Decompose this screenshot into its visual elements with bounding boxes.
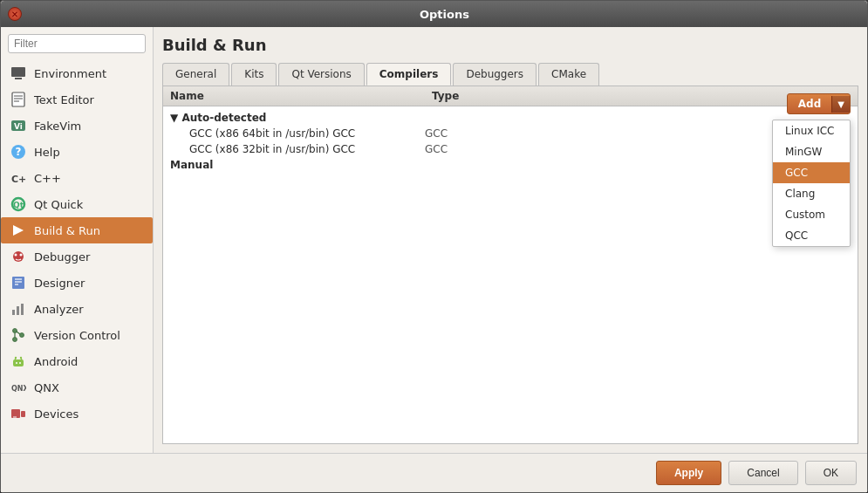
monitor-icon <box>10 65 27 82</box>
svg-rect-1 <box>15 78 22 79</box>
dropdown-item-mingw[interactable]: MinGW <box>773 141 850 162</box>
cpp-icon: C++ <box>10 169 27 187</box>
sidebar-devices-label: Devices <box>34 407 79 421</box>
add-button-dropdown-arrow[interactable]: ▼ <box>831 96 850 113</box>
add-dropdown-menu: Linux ICC MinGW GCC Clang Custom QCC <box>772 120 851 247</box>
sidebar-item-environment[interactable]: Environment <box>1 60 153 86</box>
dropdown-item-custom[interactable]: Custom <box>773 204 850 225</box>
close-button[interactable]: ✕ <box>8 7 22 21</box>
tab-compilers[interactable]: Compilers <box>366 63 452 86</box>
table-body: ▼ Auto-detected GCC (x86 64bit in /usr/b… <box>163 106 858 443</box>
add-button[interactable]: Add ▼ <box>787 93 851 114</box>
col-name-header: Name <box>170 90 432 102</box>
text-editor-icon <box>10 91 27 108</box>
sidebar-item-android[interactable]: Android <box>1 348 153 374</box>
tree-group-manual: Manual <box>163 157 858 173</box>
build-run-icon <box>10 222 27 239</box>
svg-text:?: ? <box>16 146 22 158</box>
android-icon <box>10 353 27 370</box>
sidebar-item-text-editor[interactable]: Text Editor <box>1 86 153 113</box>
tab-kits[interactable]: Kits <box>231 63 277 86</box>
filter-input[interactable] <box>8 34 146 53</box>
debugger-icon <box>10 248 27 265</box>
svg-rect-17 <box>12 277 24 289</box>
svg-rect-23 <box>21 304 24 315</box>
sidebar-item-help[interactable]: ? Help <box>1 139 153 165</box>
gcc-64-type: GCC <box>425 127 448 140</box>
sidebar-item-analyzer[interactable]: Analyzer <box>1 296 153 322</box>
svg-point-35 <box>19 362 21 364</box>
sidebar-item-devices[interactable]: Devices <box>1 401 153 427</box>
designer-icon <box>10 274 27 291</box>
tree-item-gcc-64[interactable]: GCC (x86 64bit in /usr/bin) GCC GCC <box>163 126 858 141</box>
window-title: Options <box>29 8 860 21</box>
dropdown-item-qcc[interactable]: QCC <box>773 225 850 246</box>
sidebar-item-debugger[interactable]: Debugger <box>1 243 153 270</box>
sidebar: Environment Text Editor Vi FakeVim ? Hel… <box>1 27 154 453</box>
svg-rect-0 <box>11 67 25 77</box>
tab-general[interactable]: General <box>162 63 229 86</box>
cancel-button[interactable]: Cancel <box>728 461 797 485</box>
svg-line-33 <box>21 359 22 359</box>
titlebar: ✕ Options <box>1 1 867 27</box>
sidebar-build-run-label: Build & Run <box>34 224 100 237</box>
svg-line-32 <box>15 359 16 359</box>
svg-point-34 <box>16 362 17 364</box>
dropdown-item-gcc[interactable]: GCC <box>773 162 850 183</box>
sidebar-item-fakevim[interactable]: Vi FakeVim <box>1 113 153 139</box>
dropdown-item-linux-icc[interactable]: Linux ICC <box>773 120 850 141</box>
bottom-bar: Apply Cancel OK <box>1 453 867 492</box>
tree-item-gcc-32[interactable]: GCC (x86 32bit in /usr/bin) GCC GCC <box>163 141 858 157</box>
svg-point-26 <box>20 333 24 338</box>
svg-rect-2 <box>12 92 24 106</box>
sidebar-item-build-run[interactable]: Build & Run <box>1 217 153 243</box>
sidebar-debugger-label: Debugger <box>34 250 90 264</box>
svg-point-24 <box>13 329 17 333</box>
svg-text:QNX: QNX <box>11 385 26 393</box>
devices-icon <box>10 405 27 422</box>
sidebar-item-qt-quick[interactable]: Qt Qt Quick <box>1 191 153 217</box>
page-title: Build & Run <box>162 36 858 54</box>
window-controls: ✕ <box>8 7 22 21</box>
add-button-label: Add <box>788 94 831 113</box>
sidebar-android-label: Android <box>34 355 78 368</box>
options-window: ✕ Options Environment Text Editor <box>0 0 868 493</box>
sidebar-environment-label: Environment <box>34 67 106 80</box>
add-button-area: Add ▼ <box>787 93 851 114</box>
table-header: Name Type <box>163 86 858 106</box>
sidebar-item-cpp[interactable]: C++ C++ <box>1 165 153 191</box>
svg-text:Vi: Vi <box>14 122 23 131</box>
sidebar-fakevim-label: FakeVim <box>34 120 81 133</box>
svg-marker-13 <box>13 225 24 236</box>
svg-text:Qt: Qt <box>13 201 24 209</box>
ok-button[interactable]: OK <box>805 461 857 485</box>
svg-point-16 <box>20 254 23 257</box>
tab-debuggers[interactable]: Debuggers <box>453 63 537 86</box>
gcc-32-type: GCC <box>425 143 448 155</box>
dropdown-item-clang[interactable]: Clang <box>773 183 850 204</box>
qnx-icon: QNX <box>10 379 27 396</box>
tabs-bar: General Kits Qt Versions Compilers Debug… <box>162 63 858 86</box>
sidebar-qnx-label: QNX <box>34 381 59 394</box>
svg-rect-29 <box>13 359 24 366</box>
svg-rect-38 <box>21 411 25 417</box>
fakevim-icon: Vi <box>10 117 27 134</box>
apply-button[interactable]: Apply <box>656 461 721 485</box>
sidebar-vc-label: Version Control <box>34 329 120 342</box>
sidebar-item-designer[interactable]: Designer <box>1 270 153 296</box>
svg-rect-22 <box>17 306 19 315</box>
qt-quick-icon: Qt <box>10 195 27 213</box>
svg-text:C++: C++ <box>11 174 26 185</box>
tab-cmake[interactable]: CMake <box>538 63 599 86</box>
tab-qt-versions[interactable]: Qt Versions <box>278 63 364 86</box>
sidebar-item-qnx[interactable]: QNX QNX <box>1 374 153 401</box>
sidebar-help-label: Help <box>34 146 60 159</box>
help-icon: ? <box>10 143 27 161</box>
sidebar-cpp-label: C++ <box>34 172 61 185</box>
main-panel: Build & Run General Kits Qt Versions Com… <box>154 27 867 453</box>
gcc-64-name: GCC (x86 64bit in /usr/bin) GCC <box>189 127 425 140</box>
version-control-icon <box>10 326 27 344</box>
sidebar-item-version-control[interactable]: Version Control <box>1 322 153 348</box>
compiler-panel: Add ▼ Linux ICC MinGW GCC Clang Custom Q… <box>162 86 858 444</box>
gcc-32-name: GCC (x86 32bit in /usr/bin) GCC <box>189 143 425 155</box>
